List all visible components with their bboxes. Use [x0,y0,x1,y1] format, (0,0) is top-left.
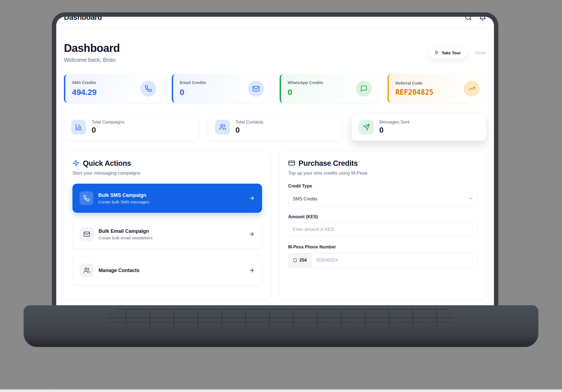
card-value: 0 [180,88,206,97]
quick-actions-title: Quick Actions [83,159,131,168]
send-icon [359,120,374,135]
laptop-base [24,305,538,347]
card-value: REF204825 [395,88,433,96]
collapsed-widget-handle[interactable] [475,52,486,54]
sms-credits-card: SMS Credits 494.29 [64,74,163,103]
phone-icon [140,81,156,97]
take-tour-label: Take Tour [442,51,461,55]
phone-icon [80,191,93,205]
take-tour-button[interactable]: Take Tour [428,47,467,59]
welcome-text: Welcome back, Brian [64,57,120,63]
card-label: Referral Code [395,81,433,85]
zap-icon [72,159,80,168]
bar-chart-icon [71,120,86,135]
page-title: Dashboard [64,42,120,54]
chat-bubble-icon [356,81,372,97]
app-topbar: Dashboard [56,17,494,28]
bell-icon[interactable] [479,17,486,21]
card-label: Email Credits [180,80,206,85]
users-icon [80,264,94,277]
floor-strip [0,389,562,392]
action-title: Manage Contacts [99,268,139,273]
card-label: WhatsApp Credits [288,80,323,85]
chevron-down-icon [468,196,473,202]
credit-cards-row: SMS Credits 494.29 Email Credits 0 [64,74,486,103]
arrow-right-icon [249,267,255,273]
phone-number-input[interactable] [311,253,477,267]
purchase-credits-panel: Purchase Credits Top up your sms credits… [280,151,486,299]
app-screen: Dashboard Dashboard Welcome back, Brian [56,17,494,306]
action-subtitle: Create bulk SMS messages [98,200,149,204]
stat-value: 0 [235,126,263,135]
action-subtitle: Create bulk email newsletters [99,236,153,240]
total-contacts-card: Total Contacts 0 [208,113,342,141]
bulk-email-campaign-button[interactable]: Bulk Email Campaign Create bulk email ne… [72,219,262,249]
laptop-trackpad [234,328,328,344]
credit-card-icon [288,159,295,168]
phone-country-prefix: 254 [288,253,311,267]
play-icon [435,50,439,55]
search-icon[interactable] [465,17,472,21]
quick-actions-panel: Quick Actions Start your messaging campa… [64,151,271,299]
users-icon [215,120,230,135]
bulk-sms-campaign-button[interactable]: Bulk SMS Campaign Create bulk SMS messag… [72,184,262,213]
action-title: Bulk Email Campaign [99,228,153,234]
topbar-title: Dashboard [64,17,102,22]
referral-code-card: Referral Code REF204825 [387,74,486,103]
stat-label: Total Campaigns [92,120,124,125]
stats-row: Total Campaigns 0 Total Contacts 0 [64,113,486,141]
phone-input-group: 254 [288,253,478,268]
phone-label: M-Pesa Phone Number [288,245,478,250]
messages-sent-card: Messages Sent 0 [352,113,486,141]
whatsapp-credits-card: WhatsApp Credits 0 [280,74,378,103]
purchase-credits-subtitle: Top up your sms credits using M-Pesa [288,170,478,176]
card-label: SMS Credits [72,80,97,85]
stat-label: Messages Sent [379,120,409,125]
stat-label: Total Contacts [235,120,263,125]
mail-icon [80,227,94,241]
mail-icon [248,81,264,97]
amount-input[interactable] [288,223,478,236]
total-campaigns-card: Total Campaigns 0 [64,113,199,141]
credit-type-value: SMS Credits [293,197,317,201]
card-value: 494.29 [72,88,97,97]
trending-up-icon [464,81,480,97]
quick-actions-subtitle: Start your messaging campaigns [72,170,262,176]
phone-prefix-value: 254 [299,258,307,263]
manage-contacts-button[interactable]: Manage Contacts [72,256,262,285]
purchase-credits-title: Purchase Credits [299,159,358,168]
arrow-right-icon [249,231,255,237]
credit-type-select[interactable]: SMS Credits [288,192,478,206]
stat-value: 0 [379,126,409,135]
card-value: 0 [288,88,323,97]
smartphone-icon [293,258,297,262]
email-credits-card: Email Credits 0 [172,74,271,103]
amount-label: Amount (KES) [288,214,478,219]
laptop-keyboard [102,309,460,326]
credit-type-label: Credit Type [288,184,478,189]
laptop-screen-bezel: Dashboard Dashboard Welcome back, Brian [52,12,498,310]
stat-value: 0 [92,126,124,135]
arrow-right-icon [249,195,255,201]
action-title: Bulk SMS Campaign [98,192,149,198]
